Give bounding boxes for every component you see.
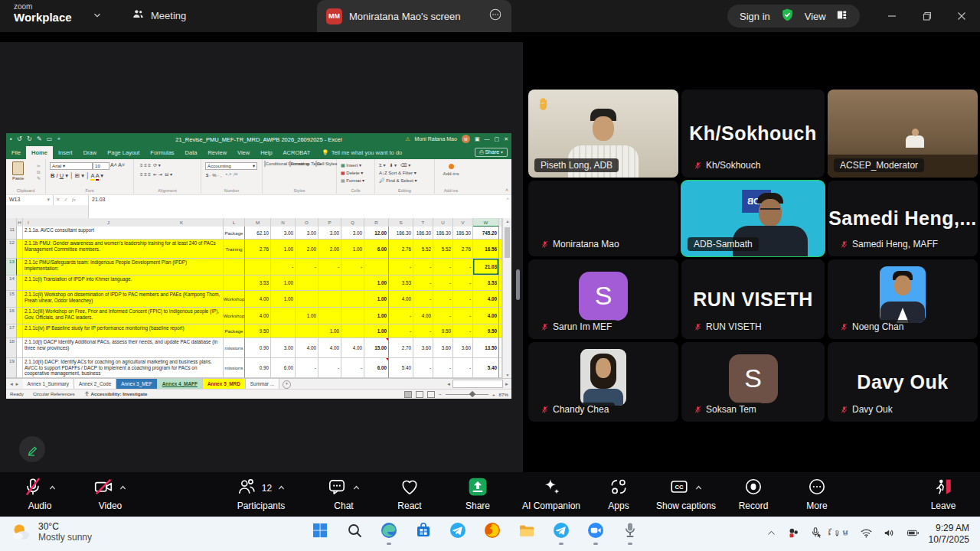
formula-bar-expand-icon[interactable]: ˄ xyxy=(506,197,509,201)
cell-V11[interactable]: 186.30 xyxy=(453,227,473,240)
cell-O12[interactable]: 2.00 xyxy=(296,240,318,259)
status-accessibility[interactable]: Accessibility: Investigate xyxy=(84,391,148,396)
excel-ribbon-tab-file[interactable]: File xyxy=(6,146,26,159)
taskbar-search-icon[interactable] xyxy=(345,521,364,546)
cell-N19[interactable]: 6.00 xyxy=(271,358,296,378)
cell-M12[interactable]: 2.76 xyxy=(245,240,271,259)
cell-V15[interactable]: - xyxy=(453,291,473,308)
excel-ribbon-tab-help[interactable]: Help xyxy=(255,146,277,159)
taskbar-firefox-icon[interactable] xyxy=(482,521,501,546)
annotate-button[interactable] xyxy=(19,436,45,462)
column-header[interactable] xyxy=(6,218,17,227)
view-normal-icon[interactable] xyxy=(404,391,412,398)
cell-S17[interactable]: - xyxy=(389,324,413,338)
cell-R12[interactable]: 6.00 xyxy=(364,240,389,259)
close-button[interactable] xyxy=(954,8,969,24)
cell-description-18[interactable]: 2.1.1d(i) DACP Identify Additional PACs,… xyxy=(23,338,224,358)
cell-S16[interactable]: - xyxy=(389,308,413,324)
view-layout-icon[interactable] xyxy=(836,9,848,23)
cell-Q13[interactable]: - xyxy=(341,259,364,276)
font-name-select[interactable]: Arial ▾ xyxy=(50,162,93,170)
cell-U13[interactable]: - xyxy=(433,259,453,276)
taskbar-store-icon[interactable] xyxy=(413,521,433,546)
taskbar-zoom-icon[interactable] xyxy=(586,521,605,546)
cell-description-17[interactable]: 2.1.1c(iv) IP Baseline study for IP perf… xyxy=(23,324,224,338)
participant-tile-acsep-moderator[interactable]: ACSEP_Moderator xyxy=(828,90,978,178)
cell-S11[interactable]: 186.30 xyxy=(389,227,413,240)
cell-O17[interactable] xyxy=(296,324,318,338)
cell-h16[interactable] xyxy=(17,308,23,324)
chevron-up-icon[interactable] xyxy=(277,484,286,492)
font-style-buttons[interactable]: B I U ▾ │ ⊞ ▾ │ A A ▾ xyxy=(51,172,103,179)
cell-T14[interactable]: - xyxy=(413,276,433,291)
cell-description-13[interactable]: 2.1.1c PMU/Safeguards team: Indigenous P… xyxy=(23,259,224,276)
cell-S13[interactable]: - xyxy=(389,259,413,276)
addins-button[interactable]: Add-ins xyxy=(435,164,467,176)
formula-buttons[interactable]: ✕✓fx xyxy=(54,195,89,205)
collapse-ribbon-icon[interactable]: ˄ xyxy=(505,187,508,193)
sheet-tab-annex-4-maff[interactable]: Annex 4_MAFF xyxy=(158,379,203,389)
tab-shared-screen[interactable]: MM Moniratana Mao's screen xyxy=(317,0,511,32)
maximize-button[interactable] xyxy=(920,8,935,24)
cell-N18[interactable]: 3.00 xyxy=(271,338,296,358)
participant-tile-moniratana-mao[interactable]: Moniratana Mao xyxy=(528,181,678,256)
row-header-18[interactable]: 18 xyxy=(6,338,17,358)
cell-W12[interactable]: 16.56 xyxy=(473,240,499,259)
cell-M15[interactable]: 4.00 xyxy=(245,291,271,308)
row-header-15[interactable]: 15 xyxy=(6,291,17,308)
column-header-W[interactable]: W xyxy=(473,218,499,227)
grow-shrink-font-buttons[interactable]: A˄ A˅ xyxy=(110,162,125,168)
cell-unit-13[interactable] xyxy=(224,259,245,276)
cell-M13[interactable] xyxy=(245,259,271,276)
zoom-level[interactable]: 87% xyxy=(499,392,508,397)
cell-R18[interactable]: 15.00 xyxy=(364,338,389,358)
cell-U11[interactable]: 186.30 xyxy=(433,227,453,240)
cell-V14[interactable]: - xyxy=(453,276,473,291)
wifi-icon[interactable] xyxy=(860,527,873,540)
toolbar-share-button[interactable]: Share xyxy=(436,478,520,511)
cell-R19[interactable]: 6.00 xyxy=(364,358,389,378)
cell-U12[interactable]: 5.52 xyxy=(433,240,453,259)
excel-ribbon-tab-view[interactable]: View xyxy=(232,146,255,159)
excel-minimize-icon[interactable]: — xyxy=(485,136,490,142)
cell-U19[interactable]: - xyxy=(433,358,453,378)
taskbar-start-icon[interactable] xyxy=(310,521,329,546)
taskbar-clock[interactable]: 9:29 AM 10/7/2025 xyxy=(929,523,969,546)
cell-W15[interactable]: 4.00 xyxy=(473,291,499,308)
column-header-P[interactable]: P xyxy=(318,218,341,227)
cell-unit-15[interactable]: Workshop xyxy=(224,291,245,308)
zoom-in-icon[interactable]: + xyxy=(492,392,495,397)
cell-T15[interactable]: - xyxy=(413,291,433,308)
format-as-table-button[interactable]: Format as Table xyxy=(289,161,313,166)
toolbar-more-button[interactable]: More xyxy=(775,478,859,511)
sheet-tab-annex-3-mef[interactable]: Annex 3_MEF xyxy=(116,379,158,389)
excel-ribbon-tab-data[interactable]: Data xyxy=(180,146,203,159)
paste-button[interactable]: Paste xyxy=(12,161,24,181)
cell-U15[interactable]: - xyxy=(433,291,453,308)
chevron-up-icon[interactable] xyxy=(694,484,703,492)
tab-options-icon[interactable] xyxy=(488,8,502,24)
column-header-M[interactable]: M xyxy=(245,218,271,227)
excel-ribbon-tab-page-layout[interactable]: Page Layout xyxy=(102,146,145,159)
cell-U16[interactable]: - xyxy=(433,308,453,324)
cell-h17[interactable] xyxy=(17,324,23,338)
row-header-16[interactable]: 16 xyxy=(6,308,17,324)
cell-O18[interactable]: 4.00 xyxy=(296,338,318,358)
sheet-tab-annex-2-code[interactable]: Annex 2_Code xyxy=(74,379,116,389)
cell-P19[interactable]: - xyxy=(318,358,341,378)
find-select-button[interactable]: 🔎 Find & Select ▾ xyxy=(379,177,417,184)
name-box[interactable]: W13 ▾ xyxy=(6,195,54,205)
participant-tile-sarun-im-mef[interactable]: SSarun Im MEF xyxy=(528,259,678,339)
row-header-13[interactable]: 13 xyxy=(6,259,17,276)
delete-cells-button[interactable]: ▦ Delete ▾ xyxy=(341,169,364,177)
zoom-out-icon[interactable]: − xyxy=(439,392,442,397)
chevron-down-icon[interactable] xyxy=(92,10,103,24)
cell-R11[interactable]: 12.00 xyxy=(364,227,389,240)
cell-P15[interactable] xyxy=(318,291,341,308)
toolbar-video-button[interactable]: Video xyxy=(68,478,152,511)
excel-ribbon-tab-home[interactable]: Home xyxy=(26,146,53,159)
toolbar-participants-button[interactable]: 12Participants xyxy=(219,478,303,511)
cell-P11[interactable]: 3.00 xyxy=(318,227,341,240)
participant-tile-chandy-chea[interactable]: Chandy Chea xyxy=(528,342,678,422)
cell-N13[interactable]: - xyxy=(271,259,296,276)
